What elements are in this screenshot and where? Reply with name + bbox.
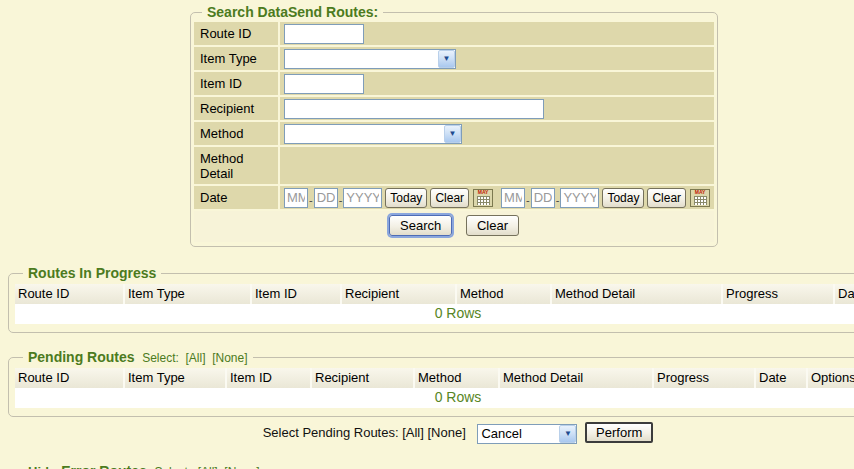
column-header: Progress [654,368,756,388]
chevron-down-icon: ▼ [559,425,576,443]
item-type-label: Item Type [194,47,278,70]
search-button[interactable]: Search [389,215,452,236]
item-type-select[interactable]: ▼ [284,49,456,69]
column-header: Method Detail [500,368,654,388]
method-detail-label: Method Detail [194,147,278,184]
column-header: Item ID [252,284,342,304]
column-header: Item Type [125,284,252,304]
date-to-year-input[interactable] [560,188,599,208]
column-header: Recipient [342,284,457,304]
route-id-label: Route ID [194,22,278,45]
row-count: 0 Rows [15,304,854,324]
recipient-row: Recipient [194,97,714,120]
date-from-today-button[interactable]: Today [385,188,427,208]
search-form-title: Search DataSend Routes: [207,4,378,20]
date-from-year-input[interactable] [343,188,382,208]
method-row: Method ▼ [194,122,714,145]
column-header: Route ID [15,368,125,388]
pending-routes-table: Route ID Item Type Item ID Recipient Met… [15,368,854,408]
table-header-row: Route ID Item Type Item ID Recipient Met… [15,368,854,388]
column-header: Progress [723,284,835,304]
column-header: Method [457,284,552,304]
date-to-day-input[interactable] [531,188,555,208]
column-header: Date [835,284,854,304]
pending-routes-legend: Pending Routes Select: [All] [None] [23,349,253,365]
pending-action-select-value: Cancel [478,426,524,441]
date-to-clear-button[interactable]: Clear [647,188,686,208]
method-detail-row: Method Detail [194,147,714,184]
column-header: Method Detail [552,284,723,304]
item-type-row: Item Type ▼ [194,47,714,70]
column-header: Date [756,368,808,388]
route-id-input[interactable] [284,24,364,44]
date-to-group: -- Today Clear MAY [501,188,710,208]
date-from-day-input[interactable] [314,188,338,208]
date-to-month-input[interactable] [501,188,525,208]
search-buttons-row: Search Clear [194,211,714,242]
item-id-input[interactable] [284,74,364,94]
chevron-down-icon: ▼ [444,125,461,143]
routes-in-progress-section: Routes In Progress Route ID Item Type It… [8,265,854,333]
table-row: 0 Rows [15,304,854,324]
search-routes-form: Search DataSend Routes: Route ID Item Ty… [190,4,718,247]
column-header: Item ID [227,368,312,388]
error-select-none-link[interactable]: [None] [224,465,259,469]
hide-error-routes-link[interactable]: Hide [28,464,56,469]
column-header: Item Type [125,368,227,388]
date-from-group: -- Today Clear MAY [284,188,493,208]
pending-select-all-link[interactable]: [All] [186,351,206,365]
perform-button[interactable]: Perform [585,422,653,443]
routes-in-progress-legend: Routes In Progress [23,265,161,281]
pending-actions-label: Select Pending Routes: [263,425,399,440]
error-routes-legend: HideError Routes Select: [All] [None] [23,463,265,469]
row-count: 0 Rows [15,388,854,408]
date-to-today-button[interactable]: Today [602,188,644,208]
item-id-label: Item ID [194,72,278,95]
pending-select-none-link[interactable]: [None] [212,351,247,365]
error-routes-section: HideError Routes Select: [All] [None] Ro… [8,463,854,469]
date-from-clear-button[interactable]: Clear [430,188,469,208]
date-label: Date [194,186,278,209]
date-from-month-input[interactable] [284,188,308,208]
pending-actions-none-link[interactable]: [None] [428,425,466,440]
column-header: Options [808,368,854,388]
route-id-row: Route ID [194,22,714,45]
search-form-legend: Search DataSend Routes: [202,4,383,20]
method-select[interactable]: ▼ [284,124,462,144]
table-header-row: Route ID Item Type Item ID Recipient Met… [15,284,854,304]
calendar-icon[interactable]: MAY [473,189,493,207]
pending-routes-section: Pending Routes Select: [All] [None] Rout… [8,349,854,417]
clear-button[interactable]: Clear [466,215,519,236]
method-label: Method [194,122,278,145]
pending-actions-all-link[interactable]: [All] [402,425,424,440]
table-row: 0 Rows [15,388,854,408]
item-id-row: Item ID [194,72,714,95]
recipient-input[interactable] [284,99,544,119]
calendar-icon[interactable]: MAY [690,189,710,207]
pending-actions-row: Select Pending Routes: [All] [None] Canc… [8,422,854,444]
date-row: Date -- Today Clear MAY -- Today Clear M… [194,186,714,209]
error-select-all-link[interactable]: [All] [198,465,218,469]
pending-action-select[interactable]: Cancel ▼ [477,424,577,444]
chevron-down-icon: ▼ [438,50,455,68]
column-header: Recipient [312,368,415,388]
column-header: Route ID [15,284,125,304]
routes-in-progress-table: Route ID Item Type Item ID Recipient Met… [15,284,854,324]
recipient-label: Recipient [194,97,278,120]
column-header: Method [415,368,500,388]
